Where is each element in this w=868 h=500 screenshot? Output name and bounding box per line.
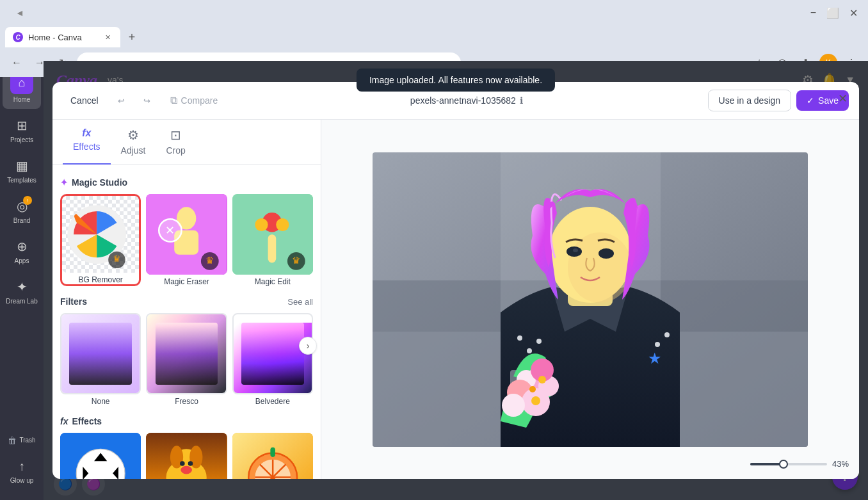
use-in-design-button[interactable]: Use in a design xyxy=(708,90,792,111)
svg-point-68 xyxy=(531,396,540,405)
redo-button[interactable]: ↪ xyxy=(137,90,157,111)
close-window-button[interactable]: ✕ xyxy=(849,7,858,19)
adjust-tab-label: Adjust xyxy=(121,145,146,156)
bg-remover-label: BG Remover xyxy=(78,275,122,284)
modal-overlay: Image uploaded. All features now availab… xyxy=(44,61,868,500)
svg-text:♛: ♛ xyxy=(113,254,121,264)
filter-fresco-thumb xyxy=(146,313,227,394)
projects-icon: ⊞ xyxy=(13,117,31,134)
sidebar-item-templates[interactable]: ▦ Templates xyxy=(3,152,41,190)
crop-tab-icon: ⊡ xyxy=(170,127,181,143)
effect-dog-item[interactable] xyxy=(146,433,227,479)
glowup-icon: ↑ xyxy=(13,457,31,475)
dreamlab-icon: ✦ xyxy=(13,278,31,296)
sidebar-label-home: Home xyxy=(13,96,31,104)
svg-point-56 xyxy=(599,248,614,259)
sidebar-label-projects: Projects xyxy=(10,136,33,144)
filter-none-item[interactable]: None xyxy=(60,313,141,405)
svg-point-65 xyxy=(502,394,525,417)
magic-eraser-label: Magic Eraser xyxy=(164,277,209,286)
filter-belvedere-label: Belvedere xyxy=(255,397,290,406)
effects-lower-grid xyxy=(60,433,313,479)
sidebar-item-apps[interactable]: ⊕ Apps xyxy=(3,232,41,270)
filename-area: pexels-annetnavi-1035682 ℹ xyxy=(230,95,702,106)
sidebar-label-dreamlab: Dream Lab xyxy=(6,298,37,305)
panel-content: ✦ Magic Studio xyxy=(52,165,321,479)
sidebar-label-glowup: Glow up xyxy=(10,477,34,485)
magic-eraser-item[interactable]: ✕ ♛ Magic Eraser xyxy=(146,194,227,286)
svg-point-48 xyxy=(664,332,670,337)
effects-fx-icon: fx xyxy=(60,416,68,426)
effect-soccer-thumb xyxy=(60,433,141,479)
bg-remover-item[interactable]: ♛ BG Remover xyxy=(60,194,141,286)
preview-image-container: ★ xyxy=(373,152,808,447)
sidebar-item-trash[interactable]: 🗑 Trash xyxy=(3,431,41,449)
info-icon[interactable]: ℹ xyxy=(520,95,523,106)
filter-fresco-item[interactable]: Fresco xyxy=(146,313,227,405)
zoom-slider-fill xyxy=(750,463,784,465)
maximize-button[interactable]: ⬜ xyxy=(826,7,839,19)
filter-none-thumb xyxy=(60,313,141,394)
back-arrow-icon: ◄ xyxy=(15,8,24,18)
compare-label: Compare xyxy=(181,95,218,106)
magic-edit-item[interactable]: ♛ Magic Edit xyxy=(232,194,313,286)
main-area: Canva va's ⚙ 🔔 ▼ Image uploaded. All fea… xyxy=(44,61,868,500)
right-panel: ★ xyxy=(321,120,859,479)
sidebar-item-brand[interactable]: ◎ ! Brand xyxy=(3,192,41,230)
modal-body: fx Effects ⚙ Adjust ⊡ Crop xyxy=(52,120,859,479)
tab-close-button[interactable]: ✕ xyxy=(102,32,113,42)
tab-crop[interactable]: ⊡ Crop xyxy=(156,120,195,165)
filters-next-button[interactable]: › xyxy=(299,337,317,355)
effect-soccer-item[interactable] xyxy=(60,433,141,479)
sidebar-item-glowup[interactable]: ↑ Glow up xyxy=(3,452,41,490)
svg-point-16 xyxy=(276,218,289,231)
svg-point-46 xyxy=(527,348,532,353)
browser-tab[interactable]: C Home - Canva ✕ xyxy=(5,27,120,47)
filter-belvedere-item[interactable]: Belvedere xyxy=(232,313,313,405)
filename: pexels-annetnavi-1035682 xyxy=(410,95,516,106)
tab-effects[interactable]: fx Effects xyxy=(63,120,111,165)
svg-point-57 xyxy=(573,248,578,252)
effect-dog-thumb xyxy=(146,433,227,479)
sidebar-item-projects[interactable]: ⊞ Projects xyxy=(3,111,41,149)
new-tab-button[interactable]: + xyxy=(123,28,141,46)
filters-header: Filters See all xyxy=(60,296,313,307)
magic-eraser-thumb: ✕ ♛ xyxy=(146,194,227,275)
save-checkmark-icon: ✓ xyxy=(807,95,814,106)
back-button[interactable]: ← xyxy=(8,54,26,72)
bg-remover-thumb: ♛ xyxy=(62,196,139,273)
svg-point-67 xyxy=(529,386,536,392)
filter-none-label: None xyxy=(92,397,110,406)
effects-section-header: fx Effects xyxy=(60,416,313,426)
svg-text:♛: ♛ xyxy=(206,255,214,266)
sidebar-label-brand: Brand xyxy=(13,217,31,225)
undo-button[interactable]: ↩ xyxy=(111,90,132,111)
compare-button[interactable]: ⧉ Compare xyxy=(163,91,226,110)
adjust-tab-icon: ⚙ xyxy=(127,127,139,143)
minimize-button[interactable]: − xyxy=(810,7,816,19)
svg-rect-40 xyxy=(270,447,275,456)
svg-point-15 xyxy=(255,218,268,231)
svg-text:♛: ♛ xyxy=(292,255,300,266)
tab-adjust[interactable]: ⚙ Adjust xyxy=(111,120,156,165)
cancel-button[interactable]: Cancel xyxy=(63,92,106,109)
apps-icon: ⊕ xyxy=(13,238,31,255)
sidebar-item-dreamlab[interactable]: ✦ Dream Lab xyxy=(3,273,41,310)
svg-point-31 xyxy=(188,461,193,466)
zoom-slider-thumb[interactable] xyxy=(779,460,788,469)
crop-tab-label: Crop xyxy=(166,145,185,156)
effects-section-title: fx Effects xyxy=(60,416,102,426)
svg-point-30 xyxy=(180,461,185,466)
see-all-link[interactable]: See all xyxy=(287,297,313,307)
close-modal-button[interactable]: ✕ xyxy=(833,90,851,108)
trash-icon: 🗑 xyxy=(8,435,17,446)
svg-point-32 xyxy=(181,465,193,474)
toast-notification: Image uploaded. All features now availab… xyxy=(357,69,555,92)
editor-modal: Cancel ↩ ↪ ⧉ Compare pexels-annetnavi-10… xyxy=(52,82,859,479)
compare-icon: ⧉ xyxy=(170,95,177,106)
brand-notification-dot: ! xyxy=(23,196,32,205)
effect-orange-item[interactable] xyxy=(232,433,313,479)
magic-studio-grid: ♛ BG Remover xyxy=(60,194,313,286)
tab-favicon: C xyxy=(13,32,23,42)
zoom-slider[interactable] xyxy=(750,463,827,465)
